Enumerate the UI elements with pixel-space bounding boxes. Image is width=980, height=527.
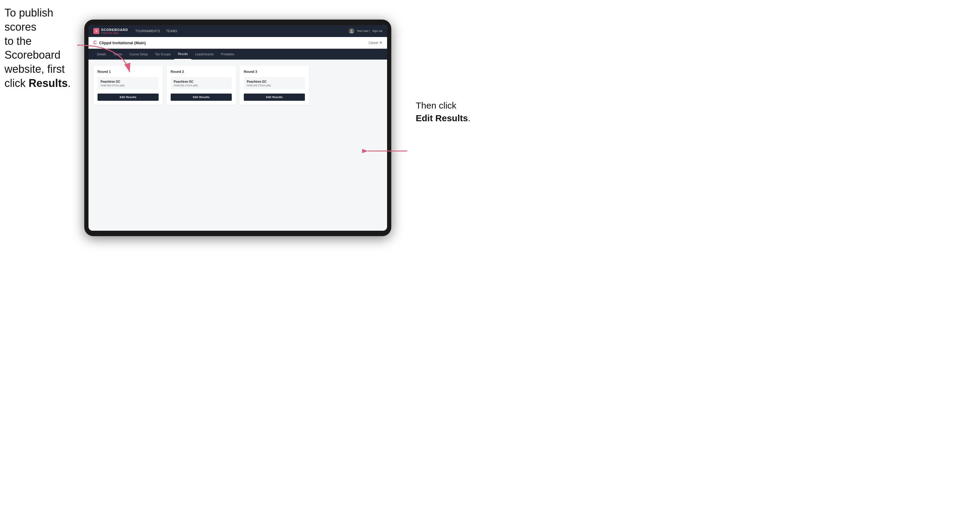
- cancel-button[interactable]: Cancel ✕: [369, 41, 382, 45]
- tournament-title-area: C Clippd Invitational (Main): [93, 40, 146, 45]
- tab-course-setup[interactable]: Course Setup: [126, 49, 151, 60]
- round-2-course-card: Peachtree GC Gold (M) (7010 yds): [171, 77, 232, 89]
- round-2-card: Round 2 Peachtree GC Gold (M) (7010 yds)…: [167, 65, 236, 105]
- close-icon: ✕: [379, 41, 382, 45]
- c-icon: C: [93, 40, 97, 45]
- user-avatar: [348, 28, 355, 34]
- logo-text: SCOREBOARD: [101, 28, 128, 32]
- round-1-title: Round 1: [97, 70, 159, 73]
- tab-details[interactable]: Details: [93, 49, 110, 60]
- tab-teams[interactable]: Teams: [110, 49, 126, 60]
- nav-links: TOURNAMENTS TEAMS: [135, 30, 348, 33]
- nav-teams[interactable]: TEAMS: [166, 30, 177, 33]
- tournament-header: C Clippd Invitational (Main) Cancel ✕: [89, 37, 387, 49]
- nav-signout[interactable]: Sign out: [372, 30, 382, 32]
- round-1-edit-results-button[interactable]: Edit Results: [97, 94, 159, 101]
- round-3-course-card: Peachtree GC Gold (M) (7010 yds): [244, 77, 305, 89]
- tablet-screen: S SCOREBOARD Powered by clippd TOURNAMEN…: [89, 25, 387, 231]
- tab-results[interactable]: Results: [174, 49, 191, 60]
- round-3-card: Round 3 Peachtree GC Gold (M) (7010 yds)…: [240, 65, 309, 105]
- instruction-right-text: Then click Edit Results.: [416, 100, 471, 123]
- nav-tournaments[interactable]: TOURNAMENTS: [135, 30, 160, 33]
- round-1-course-card: Peachtree GC Gold (M) (7010 yds): [97, 77, 159, 89]
- rounds-grid: Round 1 Peachtree GC Gold (M) (7010 yds)…: [93, 65, 382, 105]
- main-content: Round 1 Peachtree GC Gold (M) (7010 yds)…: [89, 60, 387, 231]
- tablet-device: S SCOREBOARD Powered by clippd TOURNAMEN…: [84, 19, 391, 236]
- round-2-edit-results-button[interactable]: Edit Results: [171, 94, 232, 101]
- round-1-course-details: Gold (M) (7010 yds): [100, 84, 156, 87]
- round-3-edit-results-button[interactable]: Edit Results: [244, 94, 305, 101]
- logo-area: S SCOREBOARD Powered by clippd: [93, 28, 128, 34]
- logo-icon: S: [93, 28, 99, 34]
- round-2-course-name: Peachtree GC: [173, 80, 229, 83]
- logo-sub: Powered by clippd: [101, 32, 128, 34]
- instruction-right: Then click Edit Results.: [416, 99, 471, 125]
- round-1-card: Round 1 Peachtree GC Gold (M) (7010 yds)…: [93, 65, 163, 105]
- instruction-left: To publish scores to the Scoreboard webs…: [5, 6, 74, 90]
- tournament-name: Clippd Invitational (Main): [99, 41, 146, 45]
- round-2-title: Round 2: [171, 70, 232, 73]
- round-1-course-name: Peachtree GC: [100, 80, 156, 83]
- round-3-course-details: Gold (M) (7010 yds): [247, 84, 302, 87]
- tab-leaderboards[interactable]: Leaderboards: [191, 49, 217, 60]
- svg-point-2: [351, 30, 352, 31]
- tab-tee-groups[interactable]: Tee Groups: [151, 49, 174, 60]
- round-3-course-name: Peachtree GC: [247, 80, 302, 83]
- nav-user-text: Test User |: [357, 30, 370, 32]
- tab-printables[interactable]: Printables: [217, 49, 238, 60]
- tab-bar: Details Teams Course Setup Tee Groups Re…: [89, 49, 387, 60]
- top-navigation: S SCOREBOARD Powered by clippd TOURNAMEN…: [89, 25, 387, 37]
- round-3-title: Round 3: [244, 70, 305, 73]
- nav-right: Test User | Sign out: [348, 28, 382, 34]
- instruction-text: To publish scores to the Scoreboard webs…: [5, 6, 71, 89]
- round-empty-slot: [313, 65, 382, 105]
- round-2-course-details: Gold (M) (7010 yds): [173, 84, 229, 87]
